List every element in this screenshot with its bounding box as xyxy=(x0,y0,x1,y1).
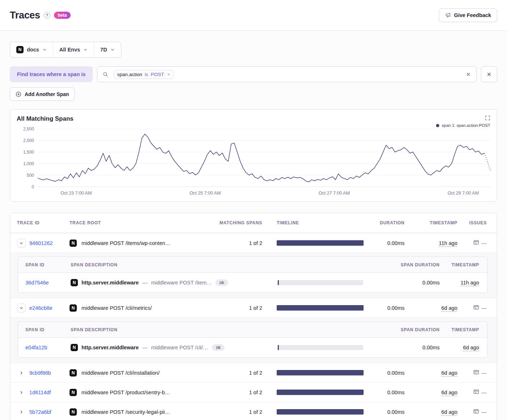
span-status-badge: ok xyxy=(212,344,225,351)
issues-icon xyxy=(473,304,479,311)
span-timeline-tick xyxy=(278,345,279,350)
chevron-down-icon xyxy=(110,47,115,52)
chevron-down-icon xyxy=(42,47,47,52)
y-tick-label: 2,500 xyxy=(23,126,34,132)
col-timestamp: TIMESTAMP xyxy=(405,220,457,225)
span-row[interactable]: e04fa12b N http.server.middleware — midd… xyxy=(18,338,487,357)
page-header: Traces ? beta Give Feedback xyxy=(0,0,507,31)
y-tick-label: 1,000 xyxy=(23,161,34,166)
span-description: middleware POST /cli/… xyxy=(151,345,208,350)
matching-spans-value: 1 of 2 xyxy=(211,409,266,415)
project-icon: N xyxy=(70,389,77,396)
col-span-id: SPAN ID xyxy=(25,327,71,332)
span-op: http.server.middleware xyxy=(81,345,139,350)
project-icon: N xyxy=(70,304,77,312)
timestamp-value: 6d ago xyxy=(441,370,457,376)
trace-root-label: middleware POST /cli/metrics/ xyxy=(81,305,152,311)
trace-root-label: middleware POST /security-legal-pii… xyxy=(81,409,170,415)
chart-x-axis: Oct 23 7:00 AM Oct 25 7:00 AM Oct 27 7:0… xyxy=(38,187,490,198)
trace-id-link[interactable]: 1d6114df xyxy=(29,390,51,395)
col-matching-spans: MATCHING SPANS xyxy=(211,220,266,225)
chevron-right-icon[interactable] xyxy=(17,408,26,416)
project-icon: N xyxy=(70,240,77,247)
span-id-link[interactable]: e04fa12b xyxy=(25,345,71,350)
fullscreen-icon[interactable] xyxy=(485,115,490,121)
help-icon[interactable]: ? xyxy=(44,12,50,18)
add-another-span-button[interactable]: Add Another Span xyxy=(10,87,75,101)
span-row[interactable]: 36d7546e N http.server.middleware — midd… xyxy=(18,273,487,292)
clear-search-icon[interactable]: ✕ xyxy=(466,71,471,78)
timestamp-value: 6d ago xyxy=(441,390,457,395)
table-row[interactable]: 1d6114df N middleware POST /product/sent… xyxy=(10,382,497,402)
trace-table-header: TRACE ID TRACE ROOT MATCHING SPANS TIMEL… xyxy=(10,213,497,233)
duration-value: 0.00ms xyxy=(364,240,405,246)
col-duration: DURATION xyxy=(364,220,405,225)
col-span-duration: SPAN DURATION xyxy=(363,262,440,267)
span-id-link[interactable]: 36d7546e xyxy=(25,280,71,286)
search-filter-token[interactable]: span.action is POST × xyxy=(113,70,173,79)
remove-span-filter-button[interactable]: ✕ xyxy=(481,66,497,82)
project-icon: N xyxy=(70,369,77,377)
table-row[interactable]: 94601262 N middleware POST /items/wp-con… xyxy=(10,233,497,253)
timestamp-value: 6d ago xyxy=(441,409,457,415)
trace-id-link[interactable]: 94601262 xyxy=(29,240,53,246)
trace-table: TRACE ID TRACE ROOT MATCHING SPANS TIMEL… xyxy=(10,213,497,420)
span-timeline-tick xyxy=(278,280,279,285)
expanded-trace-spans: SPAN ID SPAN DESCRIPTION SPAN DURATION T… xyxy=(10,317,497,363)
separator: — xyxy=(142,345,148,350)
table-row[interactable]: 5b72a6bf N middleware POST /security-leg… xyxy=(10,402,497,420)
timestamp-value: 11h ago xyxy=(439,240,457,246)
spans-chart-svg xyxy=(38,129,490,187)
y-tick-label: 2,000 xyxy=(23,138,34,143)
timestamp-value: 6d ago xyxy=(441,305,457,311)
col-span-description: SPAN DESCRIPTION xyxy=(71,327,276,332)
token-operator: is xyxy=(144,72,148,77)
timeline-bar xyxy=(277,390,364,395)
project-icon: N xyxy=(71,344,78,351)
chevron-right-icon[interactable] xyxy=(17,369,26,377)
chevron-down-icon xyxy=(83,47,88,52)
matching-spans-value: 1 of 2 xyxy=(211,390,266,395)
trace-id-link[interactable]: e246cb8e xyxy=(29,305,53,311)
table-row[interactable]: e246cb8e N middleware POST /cli/metrics/… xyxy=(10,298,497,317)
col-timeline: TIMELINE xyxy=(266,220,364,225)
span-status-badge: ok xyxy=(215,279,228,286)
chart-title: All Matching Spans xyxy=(17,115,74,122)
trace-id-link[interactable]: 5b72a6bf xyxy=(29,409,51,415)
y-tick-label: 1,500 xyxy=(23,150,34,155)
duration-value: 0.00ms xyxy=(364,409,405,415)
spans-line-chart[interactable] xyxy=(38,129,490,187)
col-trace-id: TRACE ID xyxy=(17,220,70,225)
chevron-right-icon[interactable] xyxy=(17,388,26,397)
project-icon: N xyxy=(71,279,78,286)
separator: — xyxy=(142,280,148,286)
chevron-down-icon[interactable] xyxy=(17,304,26,312)
chevron-down-icon[interactable] xyxy=(17,239,26,248)
date-range-filter[interactable]: 7D xyxy=(94,42,121,57)
col-span-duration: SPAN DURATION xyxy=(363,327,440,332)
page-title: Traces xyxy=(10,10,40,21)
find-span-pill[interactable]: Find traces where a span is xyxy=(10,66,93,82)
series-line xyxy=(38,134,485,182)
chart-legend[interactable]: span 1: span.action:POST xyxy=(436,123,490,128)
trace-id-link[interactable]: 9cb9f88b xyxy=(29,370,51,376)
environment-filter[interactable]: All Envs xyxy=(53,42,94,57)
legend-label: span 1: span.action:POST xyxy=(442,123,490,128)
trace-root-label: middleware POST /items/wp-conten… xyxy=(81,240,171,246)
x-tick-label: Oct 25 7:00 AM xyxy=(189,191,221,196)
issues-icon xyxy=(473,240,479,246)
timeline-bar xyxy=(277,409,364,415)
traces-page: N docs All Envs 7D Find traces where a s… xyxy=(0,31,507,420)
duration-value: 0.00ms xyxy=(364,305,405,311)
project-filter[interactable]: N docs xyxy=(10,42,53,57)
duration-value: 0.00ms xyxy=(364,390,405,395)
col-span-timestamp: TIMESTAMP xyxy=(440,327,479,332)
span-table-header: SPAN ID SPAN DESCRIPTION SPAN DURATION T… xyxy=(18,257,487,273)
give-feedback-button[interactable]: Give Feedback xyxy=(439,8,497,22)
table-row[interactable]: 9cb9f88b N middleware POST /cli/installa… xyxy=(10,363,497,382)
span-op: http.server.middleware xyxy=(81,280,139,286)
token-remove-icon[interactable]: × xyxy=(167,72,170,77)
span-search-input[interactable]: span.action is POST × ✕ xyxy=(97,66,477,82)
issues-icon xyxy=(473,369,479,376)
span-timestamp-value: 6d ago xyxy=(463,345,479,350)
